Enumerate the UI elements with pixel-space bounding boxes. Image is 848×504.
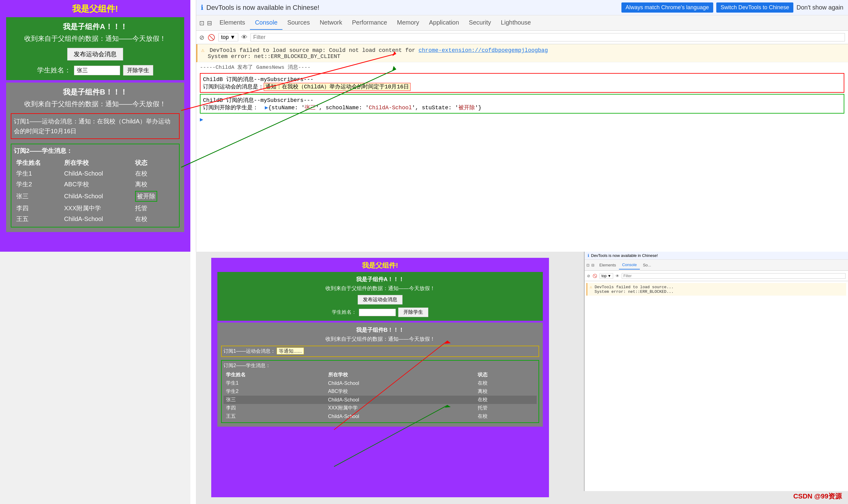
nested-child-a-title: 我是子组件A！！！	[356, 276, 404, 283]
notification-text: DevTools is now available in Chinese!	[206, 4, 618, 12]
nested-context-selector[interactable]: top ▼	[600, 273, 613, 279]
nested-table-row: 李四 XXX附属中学 托管	[223, 404, 537, 412]
eye-icon[interactable]: 👁	[241, 34, 248, 41]
tab-performance[interactable]: Performance	[347, 16, 392, 30]
col-school: 所在学校	[62, 158, 133, 168]
console-log-green-1: ChildB 订阅的消息--mySubscribers--- 订阅到开除的学生是…	[200, 94, 844, 113]
table-header-row: 学生姓名 所在学校 状态	[14, 158, 177, 168]
console-expand-arrow[interactable]: ▶	[196, 115, 848, 124]
nested-chevron-icon: ▼	[608, 274, 611, 278]
publish-sports-button[interactable]: 发布运动会消息	[67, 48, 123, 60]
nested-device-icon[interactable]: ⊟	[591, 263, 594, 267]
table-row: 学生1 ChildA-School 在校	[14, 168, 177, 179]
child-b-box: 我是子组件B！！！ 收到来自于父组件的数据：通知——今天放假！ 订阅1——运动会…	[6, 83, 184, 232]
expel-student-button[interactable]: 开除学生	[123, 65, 153, 75]
devtools-toolbar: ⊘ 🚫 top ▼ 👁	[196, 31, 848, 44]
tab-application[interactable]: Application	[424, 16, 464, 30]
csdn-watermark: CSDN @99资源	[793, 492, 842, 501]
parent-title: 我是父组件!	[72, 3, 118, 15]
nested-warning-icon: ⚠	[590, 285, 592, 289]
nested-dt-notification: ℹ DevTools is now available in Chinese!	[584, 252, 848, 260]
bottom-left-area	[0, 252, 191, 504]
nested-expel-button[interactable]: 开除学生	[398, 308, 428, 317]
child-b-data-text: 收到来自于父组件的数据：通知——今天放假！	[24, 100, 166, 109]
tab-network[interactable]: Network	[315, 16, 347, 30]
nested-dt-toolbar: ⊘ 🚫 top ▼ 👁	[584, 271, 848, 281]
subscription-2-title: 订阅2——学生消息：	[14, 147, 177, 155]
log-line-1: ChildB 订阅的消息--mySubscribers---	[203, 75, 841, 83]
col-state: 状态	[133, 158, 177, 168]
nested-student-row: 学生姓名： 开除学生	[332, 308, 428, 317]
tab-console[interactable]: Console	[250, 16, 282, 30]
top-label: top	[221, 34, 229, 40]
console-divider: -----ChildA 发布了 GamesNews 消息----	[196, 62, 848, 72]
subscription-1-text: 订阅1——运动会消息：通知：在我校（ChildA）举办运动会的时间定于10月16…	[14, 116, 177, 136]
nested-info-icon: ℹ	[588, 253, 589, 258]
nested-tab-sources[interactable]: So...	[640, 261, 654, 269]
child-a-title: 我是子组件A！！！	[63, 22, 127, 32]
nested-tab-console[interactable]: Console	[619, 260, 640, 270]
nested-student-table: 学生姓名 所在学校 状态 学生1 ChildA-School 在校 学生2	[223, 371, 537, 420]
nested-clear-icon[interactable]: ⊘	[587, 274, 590, 278]
nested-warning: ⚠ DevTools failed to load source... Syst…	[587, 283, 846, 295]
nested-table-row-highlighted: 张三 ChildA-School 在校	[223, 396, 537, 404]
devtools-notification-bar: ℹ DevTools is now available in Chinese! …	[196, 0, 848, 15]
subscription-1-box: 订阅1——运动会消息：通知：在我校（ChildA）举办运动会的时间定于10月16…	[11, 113, 180, 139]
table-row: 学生2 ABC学校 离校	[14, 179, 177, 190]
tab-lighthouse[interactable]: Lighthouse	[496, 16, 536, 30]
log-line-4: 订阅到开除的学生是： ▶{stuName: '张三', schoolName: …	[203, 104, 841, 111]
always-match-button[interactable]: Always match Chrome's language	[621, 2, 714, 13]
device-icon[interactable]: ⊟	[207, 19, 212, 27]
nested-child-a-data: 收到来自于父组件的数据：通知——今天放假！	[325, 285, 435, 292]
nested-student-input[interactable]	[359, 309, 396, 316]
child-a-data-text: 收到来自于父组件的数据：通知——今天放假！	[24, 34, 166, 43]
nested-table-header: 学生姓名 所在学校 状态	[223, 371, 537, 379]
console-log-red-1: ChildB 订阅的消息--mySubscribers--- 订阅到运动会的消息…	[200, 73, 844, 93]
warning-icon: ⚠	[201, 47, 204, 53]
cursor-icon[interactable]: ⊡	[199, 19, 204, 27]
nested-sub1-label: 订阅1——运动会消息：	[223, 348, 275, 354]
nested-tab-elements[interactable]: Elements	[596, 261, 619, 269]
col-name: 学生姓名	[14, 158, 62, 168]
tab-sources[interactable]: Sources	[283, 16, 315, 30]
nested-sub1-value: 等通知......	[277, 347, 304, 355]
warning-message: ⚠ DevTools failed to load source map: Co…	[196, 44, 848, 62]
nested-table-row: 学生1 ChildA-School 在校	[223, 379, 537, 388]
left-parent-panel: 我是父组件! 我是子组件A！！！ 收到来自于父组件的数据：通知——今天放假！ 发…	[0, 0, 191, 252]
tab-security[interactable]: Security	[464, 16, 496, 30]
tab-memory[interactable]: Memory	[392, 16, 424, 30]
nested-top-label: top	[601, 274, 607, 278]
clear-console-icon[interactable]: ⊘	[199, 34, 204, 41]
nested-filter-input[interactable]	[622, 273, 846, 279]
nested-cursor-icon[interactable]: ⊡	[587, 263, 590, 267]
nested-child-a-box: 我是子组件A！！！ 收到来自于父组件的数据：通知——今天放假！ 发布运动会消息 …	[217, 272, 543, 321]
nested-child-b-box: 我是子组件B！！！ 收到来自于父组件的数据：通知——今天放假！ 订阅1——运动会…	[217, 323, 543, 427]
context-selector[interactable]: top ▼	[218, 33, 238, 41]
filter-icon[interactable]: 🚫	[208, 34, 215, 41]
nested-publish-button[interactable]: 发布运动会消息	[358, 295, 402, 305]
nested-sub2-title: 订阅2——学生消息：	[223, 362, 537, 369]
nested-subscription-1-box: 订阅1——运动会消息： 等通知......	[221, 346, 539, 357]
devtools-panel: ℹ DevTools is now available in Chinese! …	[196, 0, 848, 252]
nested-child-b-data: 收到来自于父组件的数据：通知——今天放假！	[325, 336, 435, 343]
devtools-tabs: ⊡ ⊟ Elements Console Sources Network Per…	[196, 15, 848, 31]
nested-notif-text: DevTools is now available in Chinese!	[591, 253, 658, 258]
student-row: 学生姓名： 开除学生	[37, 65, 153, 75]
subscription-2-section: 订阅2——学生消息： 学生姓名 所在学校 状态 学生1 ChildA-Schoo…	[11, 144, 180, 228]
student-name-input[interactable]	[74, 66, 120, 75]
nested-dt-content: ⚠ DevTools failed to load source... Syst…	[584, 281, 848, 299]
dont-show-button[interactable]: Don't show again	[796, 4, 843, 11]
nested-devtools-panel: ℹ DevTools is now available in Chinese! …	[584, 252, 848, 491]
nested-dt-tabs: ⊡ ⊟ Elements Console So...	[584, 260, 848, 271]
table-row: 李四 XXX附属中学 托管	[14, 203, 177, 214]
nested-eye-icon[interactable]: 👁	[616, 274, 619, 278]
table-row: 王五 ChildA-School 在校	[14, 214, 177, 224]
tab-elements[interactable]: Elements	[215, 16, 250, 30]
nested-subscription-2-section: 订阅2——学生消息： 学生姓名 所在学校 状态 学生1 ChildA-Schoo…	[221, 360, 539, 423]
chevron-down-icon: ▼	[230, 34, 235, 40]
warning-link[interactable]: chrome-extension://cofdbpoegempjloogbag	[418, 47, 548, 53]
console-content: ⚠ DevTools failed to load source map: Co…	[196, 44, 848, 252]
nested-filter-off-icon[interactable]: 🚫	[593, 274, 597, 278]
filter-input[interactable]	[251, 33, 845, 41]
switch-chinese-button[interactable]: Switch DevTools to Chinese	[716, 2, 793, 13]
